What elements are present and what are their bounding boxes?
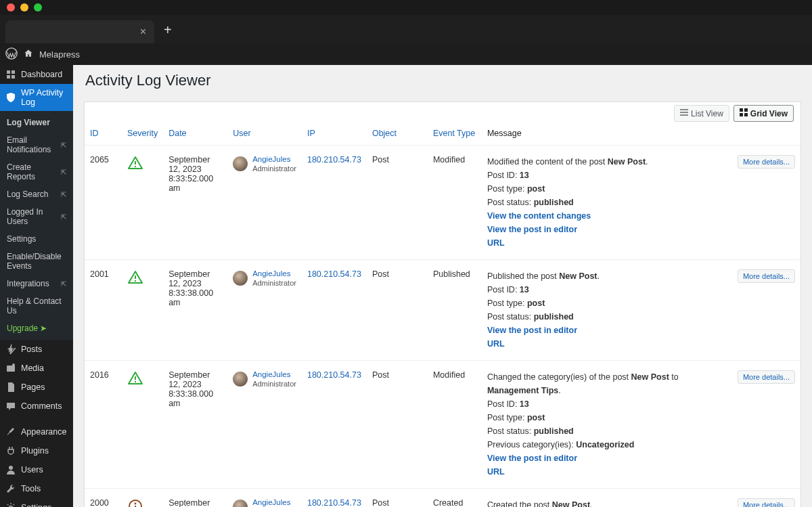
comment-icon [5, 401, 16, 412]
sidebar-item-media[interactable]: Media [0, 359, 73, 378]
user-role: Administrator [252, 279, 296, 288]
more-details-button[interactable]: More details... [738, 370, 795, 384]
user-link[interactable]: AngieJules [252, 155, 296, 164]
message-link[interactable]: View the post in editor [487, 225, 577, 234]
col-severity[interactable]: Severity [122, 122, 163, 146]
traffic-close[interactable] [7, 3, 15, 12]
submenu-item-create-reports[interactable]: Create Reports⇱ [0, 158, 73, 185]
close-icon[interactable]: × [140, 26, 146, 38]
sidebar-item-pages[interactable]: Pages [0, 378, 73, 397]
table-row: 2016September 12, 20238:33:38.000 amAngi… [85, 361, 800, 489]
brush-icon [5, 426, 16, 437]
col-id[interactable]: ID [85, 122, 122, 146]
admin-sidebar: DashboardWP Activity LogLog ViewerEmail … [0, 65, 73, 507]
submenu-item-log-search[interactable]: Log Search⇱ [0, 185, 73, 203]
list-view-button[interactable]: List View [674, 105, 729, 122]
table-header-row: ID Severity Date User IP Object Event Ty… [85, 122, 800, 146]
cell-details: More details... [732, 361, 800, 489]
more-details-button[interactable]: More details... [738, 269, 795, 283]
sidebar-item-plugins[interactable]: Plugins [0, 441, 73, 460]
sidebar-item-dashboard[interactable]: Dashboard [0, 65, 73, 84]
cell-severity [122, 489, 163, 508]
submenu-item-logged-in-users[interactable]: Logged In Users⇱ [0, 203, 73, 230]
user-link[interactable]: AngieJules [252, 269, 296, 279]
message-link[interactable]: View the post in editor [487, 326, 577, 335]
cell-message: Created the post New Post.Post ID: 13Pos… [482, 489, 732, 508]
ip-link[interactable]: 180.210.54.73 [307, 155, 361, 164]
user-link[interactable]: AngieJules [252, 498, 296, 507]
sidebar-item-users[interactable]: Users [0, 460, 73, 479]
message-link[interactable]: URL [487, 467, 505, 477]
traffic-minimize[interactable] [20, 3, 28, 12]
cell-object: Post [367, 260, 428, 361]
log-table: ID Severity Date User IP Object Event Ty… [85, 122, 800, 507]
sidebar-item-wp-activity-log[interactable]: WP Activity Log [0, 84, 73, 111]
external-icon: ⇱ [61, 213, 66, 221]
sidebar-item-appearance[interactable]: Appearance [0, 422, 73, 441]
site-name-link[interactable]: Melapress [39, 49, 80, 60]
cell-object: Post [367, 361, 428, 489]
wordpress-icon[interactable] [5, 47, 18, 62]
sidebar-item-label: Posts [21, 345, 42, 354]
message-link[interactable]: URL [487, 339, 505, 349]
sidebar-item-tools[interactable]: Tools [0, 479, 73, 498]
ip-link[interactable]: 180.210.54.73 [307, 370, 361, 380]
col-details [732, 122, 800, 146]
home-icon[interactable] [23, 48, 34, 61]
svg-rect-22 [135, 161, 136, 164]
cell-message: Modified the content of the post New Pos… [482, 146, 732, 260]
col-user[interactable]: User [227, 122, 302, 146]
grid-view-button[interactable]: Grid View [734, 105, 794, 122]
cell-ip: 180.210.54.73 [302, 146, 367, 260]
new-tab-button[interactable]: + [164, 22, 172, 38]
content-area: Activity Log Viewer List View Grid View [73, 65, 812, 507]
sidebar-item-settings[interactable]: Settings [0, 498, 73, 507]
svg-rect-5 [7, 366, 15, 372]
plug-icon [5, 445, 16, 456]
sidebar-item-label: Settings [21, 503, 51, 507]
submenu-item-log-viewer[interactable]: Log Viewer [0, 114, 73, 131]
message-link[interactable]: View the content changes [487, 211, 591, 221]
severity-warn-green-icon [127, 164, 143, 173]
more-details-button[interactable]: More details... [738, 155, 795, 169]
submenu-item-label: Settings [7, 234, 36, 244]
submenu-item-enable-disable-events[interactable]: Enable/Disable Events [0, 248, 73, 275]
svg-rect-26 [135, 376, 136, 380]
ip-link[interactable]: 180.210.54.73 [307, 498, 361, 507]
sidebar-item-posts[interactable]: Posts [0, 340, 73, 359]
list-icon [680, 108, 688, 118]
message-link[interactable]: View the post in editor [487, 454, 577, 463]
svg-rect-3 [7, 75, 10, 79]
severity-warn-green-icon [127, 379, 143, 389]
browser-tab[interactable]: × [5, 20, 154, 43]
col-ip[interactable]: IP [302, 122, 367, 146]
submenu-item-integrations[interactable]: Integrations⇱ [0, 275, 73, 292]
svg-rect-27 [135, 381, 136, 382]
message-link[interactable]: URL [487, 238, 505, 248]
col-object[interactable]: Object [367, 122, 428, 146]
submenu-item-help-contact-us[interactable]: Help & Contact Us [0, 292, 73, 319]
user-link[interactable]: AngieJules [252, 370, 296, 380]
svg-point-6 [12, 363, 15, 366]
traffic-maximize[interactable] [34, 3, 42, 12]
submenu-item-label: Help & Contact Us [7, 296, 66, 315]
col-date[interactable]: Date [163, 122, 227, 146]
severity-warn-green-icon [127, 278, 143, 288]
cell-user: AngieJulesAdministrator [227, 260, 302, 361]
pin-icon [5, 344, 16, 355]
col-event-type[interactable]: Event Type [428, 122, 482, 146]
ip-link[interactable]: 180.210.54.73 [307, 269, 361, 279]
more-details-button[interactable]: More details... [738, 498, 795, 507]
gear-icon [5, 502, 16, 507]
cell-date: September 12, 20238:33:36.000 am [163, 489, 227, 508]
submenu-item-upgrade-[interactable]: Upgrade ➤ [0, 319, 73, 337]
sidebar-item-comments[interactable]: Comments [0, 397, 73, 416]
cell-date: September 12, 20238:33:38.000 am [163, 260, 227, 361]
wp-admin-bar: Melapress [0, 43, 812, 65]
submenu-item-label: Email Notifications [7, 135, 61, 154]
col-message: Message [482, 122, 732, 146]
submenu-item-email-notifications[interactable]: Email Notifications⇱ [0, 131, 73, 158]
cell-details: More details... [732, 146, 800, 260]
submenu-item-label: Integrations [7, 279, 49, 288]
submenu-item-settings[interactable]: Settings [0, 230, 73, 248]
